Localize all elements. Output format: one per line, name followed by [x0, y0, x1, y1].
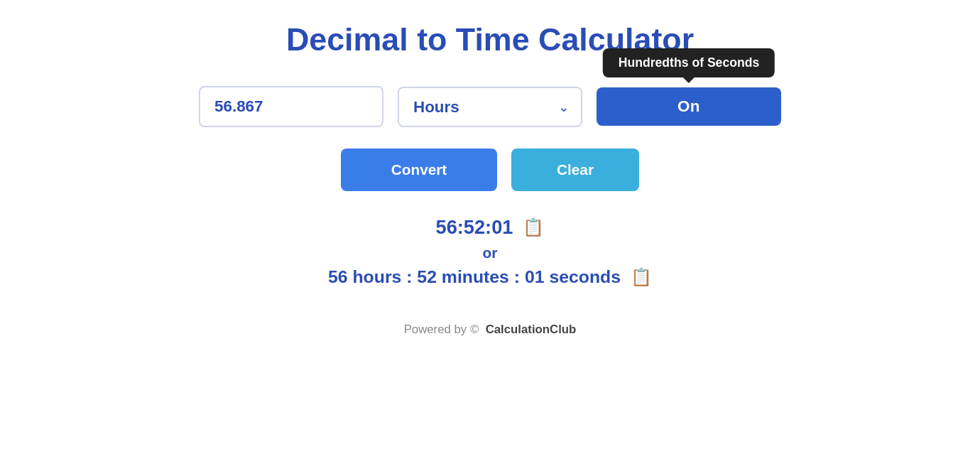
clipboard-copy-icon[interactable]: 📋 [523, 217, 544, 237]
result-long-row: 56 hours : 52 minutes : 01 seconds 📋 [328, 267, 652, 287]
footer: Powered by © CalculationClub [404, 323, 577, 337]
unit-select-wrapper: Hours Minutes Seconds ⌄ [398, 87, 582, 127]
footer-brand: CalculationClub [486, 323, 577, 336]
result-compact-time: 56:52:01 [436, 216, 513, 239]
result-long-text: 56 hours : 52 minutes : 01 seconds [328, 267, 621, 287]
clipboard-copy-long-icon[interactable]: 📋 [631, 267, 652, 287]
toggle-container: Hundredths of Seconds On [597, 87, 781, 126]
footer-prefix: Powered by © [404, 323, 479, 336]
clear-button[interactable]: Clear [511, 148, 639, 191]
convert-button[interactable]: Convert [341, 148, 497, 191]
action-row: Convert Clear [341, 148, 639, 191]
unit-select[interactable]: Hours Minutes Seconds [398, 87, 582, 127]
tooltip-bubble: Hundredths of Seconds [603, 48, 775, 77]
controls-row: Hours Minutes Seconds ⌄ Hundredths of Se… [199, 86, 781, 127]
result-or-label: or [483, 244, 498, 261]
result-section: 56:52:01 📋 or 56 hours : 52 minutes : 01… [328, 216, 652, 287]
decimal-input[interactable] [199, 86, 383, 127]
result-compact-row: 56:52:01 📋 [436, 216, 545, 239]
hundredths-toggle-button[interactable]: On [597, 87, 781, 126]
